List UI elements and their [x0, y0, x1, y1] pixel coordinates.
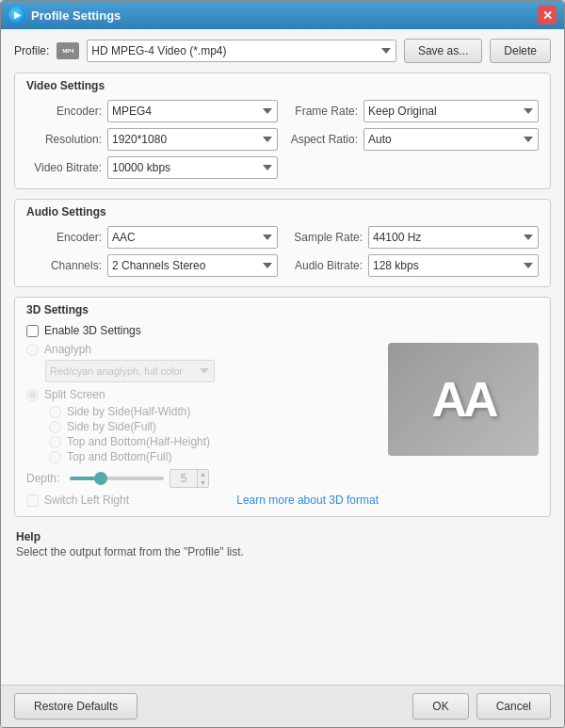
encoder-label: Encoder:	[26, 105, 102, 118]
profile-file-icon: MP4	[56, 42, 79, 59]
split-screen-suboptions: Side by Side(Half-Width) Side by Side(Fu…	[49, 405, 379, 463]
top-bottom-half-row: Top and Bottom(Half-Height)	[49, 435, 379, 448]
split-screen-label[interactable]: Split Screen	[44, 388, 105, 401]
frame-rate-label: Frame Rate:	[287, 105, 358, 118]
video-bitrate-select[interactable]: 10000 kbps 8000 kbps 6000 kbps 4000 kbps	[107, 156, 278, 179]
side-by-side-half-row: Side by Side(Half-Width)	[49, 405, 379, 418]
help-text: Select the output format from the "Profi…	[16, 545, 549, 558]
aspect-ratio-select[interactable]: Auto 16:9 4:3 1:1	[363, 128, 539, 151]
anaglyph-radio[interactable]	[26, 344, 39, 356]
delete-button[interactable]: Delete	[490, 39, 551, 63]
3d-body: Anaglyph Red/cyan anaglyph, full color S…	[26, 343, 539, 507]
aspect-ratio-row: Aspect Ratio: Auto 16:9 4:3 1:1	[287, 128, 539, 151]
enable-3d-row: Enable 3D Settings	[26, 324, 539, 337]
3d-preview-box: AA	[388, 343, 539, 456]
depth-label: Depth:	[26, 472, 64, 485]
frame-rate-select[interactable]: Keep Original 23.976 24 25 29.97 30	[363, 100, 539, 122]
title-bar: ▶ Profile Settings ✕	[1, 1, 564, 29]
sample-rate-select[interactable]: 44100 Hz 22050 Hz 11025 Hz	[368, 226, 539, 249]
cancel-button[interactable]: Cancel	[476, 693, 551, 720]
split-screen-radio[interactable]	[26, 389, 39, 401]
aspect-ratio-label: Aspect Ratio:	[287, 133, 358, 146]
depth-spinner[interactable]: ▲ ▼	[197, 470, 208, 487]
ok-button[interactable]: OK	[412, 693, 468, 720]
encoder-row: Encoder: MPEG4 H.264 H.265	[26, 100, 278, 122]
resolution-label: Resolution:	[26, 133, 102, 146]
switch-left-right-label[interactable]: Switch Left Right	[44, 493, 129, 507]
content-area: Profile: MP4 HD MPEG-4 Video (*.mp4) SD …	[1, 29, 564, 685]
3d-controls: Anaglyph Red/cyan anaglyph, full color S…	[26, 343, 379, 507]
channels-label: Channels:	[26, 259, 102, 272]
video-bitrate-row: Video Bitrate: 10000 kbps 8000 kbps 6000…	[26, 156, 278, 179]
footer-left: Restore Defaults	[14, 693, 412, 720]
preview-text: AA	[431, 371, 494, 428]
top-bottom-full-radio[interactable]	[49, 451, 61, 463]
frame-rate-row: Frame Rate: Keep Original 23.976 24 25 2…	[287, 100, 539, 122]
audio-bitrate-select[interactable]: 128 kbps 192 kbps 256 kbps 320 kbps	[368, 254, 539, 277]
anaglyph-select[interactable]: Red/cyan anaglyph, full color	[45, 360, 215, 382]
profile-label: Profile:	[14, 44, 49, 57]
audio-encoder-row: Encoder: AAC MP3 AC3	[26, 226, 278, 249]
side-by-side-full-radio[interactable]	[49, 421, 61, 433]
channels-select[interactable]: 2 Channels Stereo 1 Channel Mono 5.1 Cha…	[107, 254, 278, 277]
sample-rate-row: Sample Rate: 44100 Hz 22050 Hz 11025 Hz	[287, 226, 539, 249]
switch-left-right-checkbox[interactable]	[26, 494, 39, 507]
audio-encoder-label: Encoder:	[26, 231, 102, 244]
profile-row: Profile: MP4 HD MPEG-4 Video (*.mp4) SD …	[14, 39, 551, 63]
audio-bitrate-row: Audio Bitrate: 128 kbps 192 kbps 256 kbp…	[287, 254, 539, 277]
depth-value: 5	[170, 471, 197, 486]
audio-encoder-select[interactable]: AAC MP3 AC3	[107, 226, 278, 249]
audio-settings-title: Audio Settings	[26, 205, 539, 218]
depth-slider[interactable]	[70, 477, 164, 480]
profile-settings-window: ▶ Profile Settings ✕ Profile: MP4 HD MPE…	[0, 0, 565, 728]
close-button[interactable]: ✕	[538, 6, 557, 24]
profile-select[interactable]: HD MPEG-4 Video (*.mp4) SD MPEG-4 Video …	[87, 40, 396, 62]
video-settings-grid: Encoder: MPEG4 H.264 H.265 Frame Rate: K…	[26, 100, 539, 179]
side-by-side-half-radio[interactable]	[49, 406, 61, 418]
depth-value-box: 5 ▲ ▼	[170, 469, 209, 488]
top-bottom-half-radio[interactable]	[49, 436, 61, 448]
help-section: Help Select the output format from the "…	[14, 526, 551, 562]
sample-rate-label: Sample Rate:	[287, 231, 363, 244]
audio-bitrate-label: Audio Bitrate:	[287, 259, 363, 272]
learn-more-link[interactable]: Learn more about 3D format	[135, 493, 379, 507]
depth-down-button[interactable]: ▼	[198, 478, 208, 487]
channels-row: Channels: 2 Channels Stereo 1 Channel Mo…	[26, 254, 278, 277]
split-screen-row: Split Screen	[26, 388, 379, 401]
depth-up-button[interactable]: ▲	[198, 470, 208, 478]
anaglyph-row: Anaglyph	[26, 343, 379, 356]
anaglyph-label[interactable]: Anaglyph	[44, 343, 91, 356]
audio-settings-grid: Encoder: AAC MP3 AC3 Sample Rate: 44100 …	[26, 226, 539, 277]
enable-3d-checkbox[interactable]	[26, 325, 39, 337]
window-icon: ▶	[8, 7, 25, 24]
help-title: Help	[16, 530, 549, 543]
window-title: Profile Settings	[31, 8, 538, 23]
top-bottom-full-row: Top and Bottom(Full)	[49, 450, 379, 463]
3d-settings-section: 3D Settings Enable 3D Settings Anaglyph …	[14, 297, 551, 517]
restore-defaults-button[interactable]: Restore Defaults	[14, 693, 137, 720]
enable-3d-label[interactable]: Enable 3D Settings	[44, 324, 141, 337]
encoder-select[interactable]: MPEG4 H.264 H.265	[107, 100, 278, 122]
save-as-button[interactable]: Save as...	[404, 39, 482, 63]
audio-settings-section: Audio Settings Encoder: AAC MP3 AC3 Samp…	[14, 199, 551, 287]
3d-settings-title: 3D Settings	[26, 303, 539, 316]
resolution-select[interactable]: 1920*1080 1280*720 854*480 640*360	[107, 128, 278, 151]
depth-row: Depth: 5 ▲ ▼	[26, 469, 379, 488]
video-settings-section: Video Settings Encoder: MPEG4 H.264 H.26…	[14, 73, 551, 189]
video-bitrate-label: Video Bitrate:	[26, 161, 102, 174]
switch-row: Switch Left Right Learn more about 3D fo…	[26, 493, 379, 507]
video-settings-title: Video Settings	[26, 79, 539, 92]
footer: Restore Defaults OK Cancel	[1, 685, 564, 727]
footer-right: OK Cancel	[412, 693, 551, 720]
side-by-side-full-row: Side by Side(Full)	[49, 420, 379, 433]
resolution-row: Resolution: 1920*1080 1280*720 854*480 6…	[26, 128, 278, 151]
